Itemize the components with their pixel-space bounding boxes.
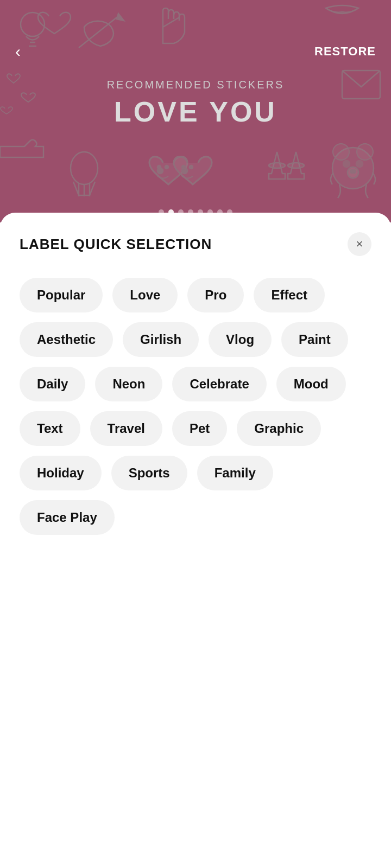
hero-banner: RECOMMENDED STICKERS LOVE YOU ‹ RESTORE bbox=[0, 0, 391, 222]
tag-graphic[interactable]: Graphic bbox=[237, 411, 321, 446]
hero-content: RECOMMENDED STICKERS LOVE YOU bbox=[0, 0, 391, 222]
tag-mood[interactable]: Mood bbox=[276, 367, 346, 401]
tag-travel[interactable]: Travel bbox=[90, 411, 162, 446]
tag-pro[interactable]: Pro bbox=[187, 278, 244, 312]
tag-family[interactable]: Family bbox=[197, 456, 273, 490]
tag-faceplay[interactable]: Face Play bbox=[20, 500, 115, 535]
sheet-header: LABEL QUICK SELECTION × bbox=[20, 232, 371, 256]
tag-daily[interactable]: Daily bbox=[20, 367, 85, 401]
hero-subtitle: RECOMMENDED STICKERS bbox=[107, 79, 285, 91]
back-button[interactable]: ‹ bbox=[15, 42, 21, 61]
tag-effect[interactable]: Effect bbox=[254, 278, 325, 312]
tag-celebrate[interactable]: Celebrate bbox=[172, 367, 266, 401]
close-button[interactable]: × bbox=[348, 232, 371, 256]
label-quick-selection-sheet: LABEL QUICK SELECTION × PopularLoveProEf… bbox=[0, 213, 391, 864]
tag-aesthetic[interactable]: Aesthetic bbox=[20, 322, 113, 357]
tag-vlog[interactable]: Vlog bbox=[209, 322, 272, 357]
restore-button[interactable]: RESTORE bbox=[314, 44, 376, 59]
hero-title: LOVE YOU bbox=[114, 95, 277, 128]
tag-love[interactable]: Love bbox=[112, 278, 178, 312]
tag-girlish[interactable]: Girlish bbox=[123, 322, 199, 357]
tag-sports[interactable]: Sports bbox=[111, 456, 187, 490]
tag-popular[interactable]: Popular bbox=[20, 278, 103, 312]
tags-container: PopularLoveProEffectAestheticGirlishVlog… bbox=[20, 278, 371, 535]
tag-text[interactable]: Text bbox=[20, 411, 80, 446]
tag-pet[interactable]: Pet bbox=[172, 411, 227, 446]
tag-neon[interactable]: Neon bbox=[95, 367, 162, 401]
tag-holiday[interactable]: Holiday bbox=[20, 456, 102, 490]
sheet-title: LABEL QUICK SELECTION bbox=[20, 236, 212, 253]
tag-paint[interactable]: Paint bbox=[281, 322, 348, 357]
